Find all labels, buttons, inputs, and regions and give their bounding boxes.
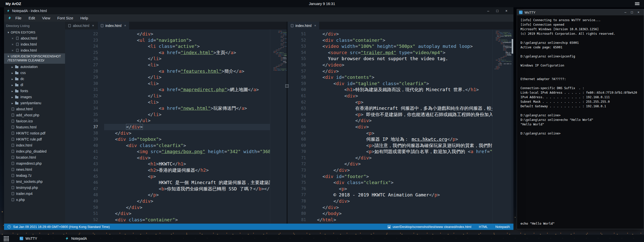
line-number: 52 bbox=[288, 37, 306, 44]
tab-close-icon[interactable] bbox=[124, 24, 126, 27]
close-icon[interactable] bbox=[635, 9, 642, 15]
file-icon bbox=[12, 174, 14, 177]
code-line: Your browser does not support the video … bbox=[312, 56, 513, 62]
menu-item-help[interactable]: Help bbox=[80, 16, 88, 20]
open-editor-item[interactable]: index.html bbox=[4, 47, 65, 53]
sidebar-folder-item[interactable]: dl bbox=[4, 82, 65, 88]
tab-close-icon[interactable] bbox=[92, 24, 94, 27]
taskbar-item-notepada[interactable]: NotepadA bbox=[61, 235, 91, 242]
open-editor-item[interactable]: about.html bbox=[4, 35, 65, 41]
sidebar-folder-item[interactable]: fonts bbox=[4, 88, 65, 94]
menu-item-font-size[interactable]: Font Size bbox=[57, 16, 73, 20]
sidebar-file-item[interactable]: add_vhost.php bbox=[4, 112, 65, 118]
start-menu-button[interactable] bbox=[0, 235, 16, 242]
terminal-line: Connection-specific DNS Suffix . : bbox=[520, 86, 644, 90]
sidebar-file-item[interactable]: HKWTC rule.pdf bbox=[4, 136, 65, 142]
sidebar-file-item[interactable]: index.php_disabled bbox=[4, 148, 65, 154]
sidebar-file-item[interactable]: teabag.7z bbox=[4, 172, 65, 179]
code-editor-left[interactable]: </div> <ul id="navigation"> <li class="a… bbox=[102, 29, 287, 224]
code-line: </div> bbox=[312, 204, 513, 211]
editor-tab[interactable]: index.html bbox=[288, 22, 320, 29]
file-icon bbox=[12, 156, 14, 159]
line-number: 22 bbox=[65, 31, 98, 37]
hamburger-menu-icon[interactable] bbox=[635, 2, 639, 5]
line-number: 61 bbox=[288, 93, 306, 99]
terminal-line bbox=[520, 59, 644, 63]
sidebar-folder-item[interactable]: autostation bbox=[4, 64, 65, 70]
sidebar-folder-item[interactable]: css bbox=[4, 70, 65, 76]
line-number: 45 bbox=[65, 174, 98, 180]
close-icon[interactable] bbox=[502, 7, 511, 14]
notepada-titlebar[interactable]: NotepadA - index.html bbox=[4, 7, 513, 14]
sidebar-folder-item[interactable]: dc bbox=[4, 76, 65, 82]
terminal-output[interactable]: [info] Connecting to arozos WsTTY servic… bbox=[517, 15, 644, 229]
minimize-icon[interactable] bbox=[484, 7, 493, 14]
sidebar-file-item[interactable]: features.html bbox=[4, 124, 65, 130]
code-line: </div> bbox=[312, 167, 513, 174]
sidebar-file-item[interactable]: favicon.ico bbox=[4, 118, 65, 124]
minimap[interactable]: </div> <div class="container"> <video wi… bbox=[492, 29, 511, 224]
splitter-handle-icon[interactable] bbox=[285, 84, 289, 88]
line-number: 77 bbox=[288, 192, 306, 198]
code-line: <p> bbox=[312, 186, 513, 192]
editor-tab[interactable]: index.html bbox=[98, 22, 130, 29]
close-icon[interactable] bbox=[12, 43, 14, 46]
line-number: 30 bbox=[65, 81, 98, 87]
sidebar-file-item[interactable]: x.php bbox=[4, 197, 65, 203]
sidebar-file-item[interactable]: index.html bbox=[4, 142, 65, 148]
wstty-title: WsTTY bbox=[525, 11, 535, 14]
sidebar-file-item[interactable]: test_sockets.php bbox=[4, 179, 65, 185]
taskbar-item-wstty[interactable]: WsTTY bbox=[16, 235, 41, 242]
wstty-window: WsTTY [info] Connecting to arozos WsTTY … bbox=[517, 9, 644, 229]
sidebar-file-item[interactable]: mapredirect.php bbox=[4, 160, 65, 166]
code-line: <div class="container"> bbox=[312, 37, 513, 44]
sidebar-folder-item[interactable]: yamlyamlanu bbox=[4, 100, 65, 106]
sidebar-file-item[interactable]: news.html bbox=[4, 166, 65, 172]
code-line: <p>請注意，我們的伺服器為確保玩家及遊玩時的質素，我們對的服務開 bbox=[312, 143, 513, 149]
folder-icon bbox=[15, 66, 18, 68]
terminal-line: [info] Connection opened bbox=[520, 22, 644, 27]
sidebar-file-item[interactable]: testmysql.php bbox=[4, 185, 65, 191]
file-icon bbox=[12, 162, 14, 165]
line-number: 79 bbox=[288, 204, 306, 211]
file-icon bbox=[12, 126, 14, 129]
file-label: teabag.7z bbox=[16, 174, 32, 178]
line-number: 72 bbox=[288, 161, 306, 167]
maximize-icon[interactable] bbox=[629, 9, 635, 15]
minimap[interactable]: </div> <ul id="navigation"> <li class="a… bbox=[270, 29, 287, 224]
minimize-icon[interactable] bbox=[622, 9, 629, 15]
file-icon bbox=[291, 24, 293, 27]
terminal-input-line[interactable]: echo "Hello World" bbox=[520, 221, 555, 226]
line-number: 48 bbox=[65, 192, 98, 198]
statusbar-language: HTML bbox=[479, 225, 488, 229]
maximize-icon[interactable] bbox=[493, 7, 502, 14]
scrollbar[interactable] bbox=[511, 29, 513, 224]
line-number: 42 bbox=[65, 155, 98, 161]
sidebar-file-item[interactable]: about.html bbox=[4, 106, 65, 112]
code-line: <ul id="navigation"> bbox=[104, 37, 287, 44]
workspace-root-line2: /TEST/WWW CLEANED/ bbox=[8, 58, 44, 62]
sidebar-file-item[interactable]: HKWTC notice.pdf bbox=[4, 130, 65, 136]
wstty-titlebar[interactable]: WsTTY bbox=[517, 9, 644, 15]
editor-pane-right: index.html 51525354555657585960616263646… bbox=[288, 22, 513, 224]
close-icon[interactable] bbox=[12, 37, 14, 40]
close-icon[interactable] bbox=[12, 49, 14, 52]
scrollbar-thumb[interactable] bbox=[512, 39, 513, 54]
menu-item-edit[interactable]: Edit bbox=[28, 16, 35, 20]
menu-item-file[interactable]: File bbox=[15, 16, 21, 20]
open-editors-header[interactable]: OPEN EDITORS bbox=[4, 29, 65, 35]
workspace-root-item[interactable]: USER:/DESKTOP/SCREENSHOT /TEST/WWW CLEAN… bbox=[4, 53, 65, 64]
sidebar-folder-item[interactable]: images bbox=[4, 94, 65, 100]
code-line: <div id="footer"> bbox=[312, 174, 513, 180]
sidebar-file-item[interactable]: trailer.mp4 bbox=[4, 191, 65, 197]
line-number: 51 bbox=[65, 211, 98, 217]
menu-item-view[interactable]: View bbox=[42, 16, 50, 20]
code-editor-right[interactable]: </div> <div class="container"> <video wi… bbox=[309, 29, 513, 224]
tab-close-icon[interactable] bbox=[314, 24, 316, 27]
tabbar-left: about.htmlindex.html bbox=[65, 22, 287, 29]
editor-tab[interactable]: about.html bbox=[65, 22, 98, 29]
code-line: </div> bbox=[312, 155, 513, 161]
code-line: <video width="100%" height="500px" autop… bbox=[312, 43, 513, 50]
sidebar-file-item[interactable]: location.html bbox=[4, 154, 65, 160]
open-editor-item[interactable]: index.html bbox=[4, 41, 65, 47]
